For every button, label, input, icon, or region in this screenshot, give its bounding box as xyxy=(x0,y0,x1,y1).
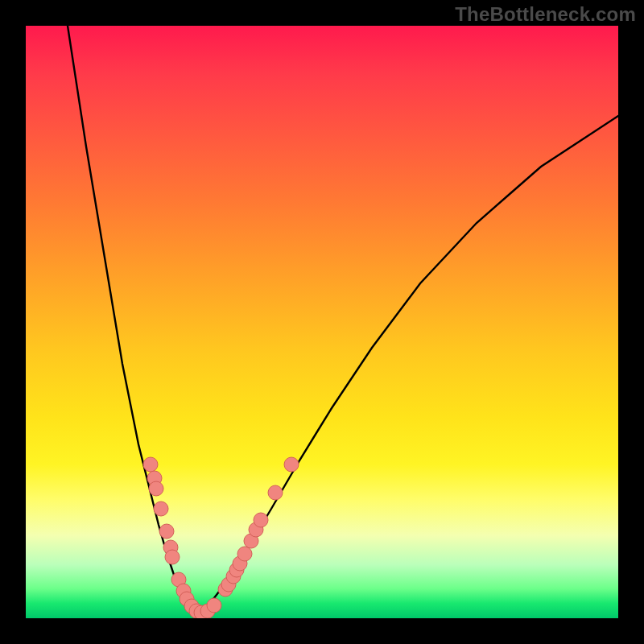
chart-stage: TheBottleneck.com xyxy=(0,0,644,644)
plot-area xyxy=(26,26,618,618)
watermark-text: TheBottleneck.com xyxy=(455,3,636,26)
gradient-background xyxy=(26,26,618,618)
